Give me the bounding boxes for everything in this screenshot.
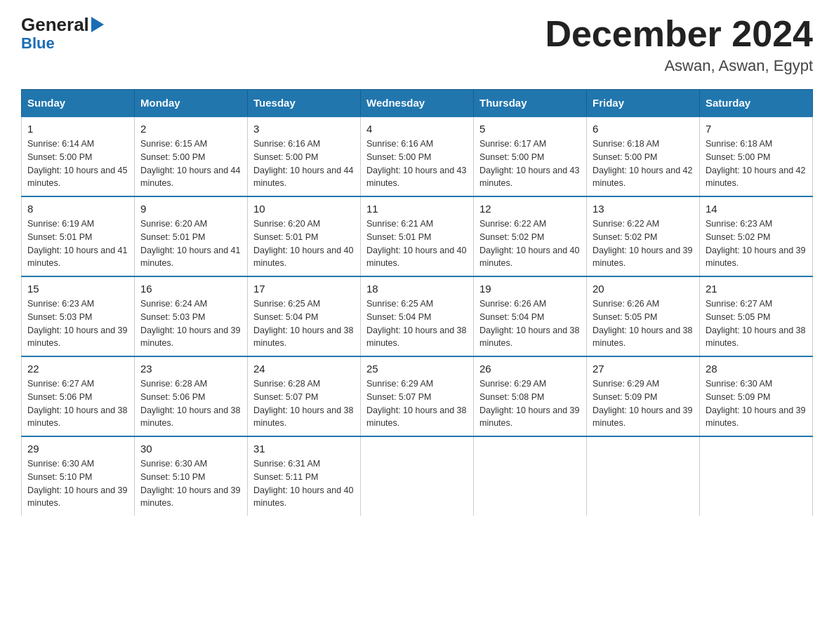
daylight-label: Daylight: 10 hours and 39 minutes. [27, 326, 127, 349]
day-number: 18 [366, 283, 468, 295]
daylight-label: Daylight: 10 hours and 39 minutes. [706, 405, 805, 429]
sunrise-label: Sunrise: 6:19 AM [27, 219, 94, 229]
day-number: 13 [593, 203, 694, 215]
day-number: 29 [27, 443, 128, 455]
day-info: Sunrise: 6:24 AM Sunset: 5:03 PM Dayligh… [140, 297, 241, 350]
day-info: Sunrise: 6:17 AM Sunset: 5:00 PM Dayligh… [479, 137, 581, 190]
day-info: Sunrise: 6:28 AM Sunset: 5:06 PM Dayligh… [140, 377, 241, 430]
calendar-cell: 24 Sunrise: 6:28 AM Sunset: 5:07 PM Dayl… [248, 356, 361, 436]
day-info: Sunrise: 6:27 AM Sunset: 5:06 PM Dayligh… [27, 377, 128, 430]
calendar-cell [474, 436, 587, 516]
day-number: 26 [479, 363, 581, 375]
day-number: 24 [253, 363, 355, 375]
day-info: Sunrise: 6:20 AM Sunset: 5:01 PM Dayligh… [140, 217, 241, 270]
sunset-label: Sunset: 5:00 PM [593, 152, 657, 162]
sunrise-label: Sunrise: 6:28 AM [140, 379, 207, 389]
sunrise-label: Sunrise: 6:30 AM [27, 459, 94, 469]
sunrise-label: Sunrise: 6:29 AM [593, 379, 659, 389]
daylight-label: Daylight: 10 hours and 42 minutes. [593, 166, 692, 189]
sunset-label: Sunset: 5:01 PM [253, 232, 318, 242]
daylight-label: Daylight: 10 hours and 39 minutes. [27, 485, 127, 509]
calendar-cell: 18 Sunrise: 6:25 AM Sunset: 5:04 PM Dayl… [361, 276, 474, 356]
day-number: 25 [366, 363, 468, 375]
sunset-label: Sunset: 5:00 PM [479, 152, 544, 162]
calendar-cell: 3 Sunrise: 6:16 AM Sunset: 5:00 PM Dayli… [248, 116, 361, 196]
calendar-cell: 30 Sunrise: 6:30 AM Sunset: 5:10 PM Dayl… [135, 436, 248, 516]
day-number: 1 [27, 123, 128, 135]
daylight-label: Daylight: 10 hours and 45 minutes. [27, 166, 127, 189]
calendar-cell: 11 Sunrise: 6:21 AM Sunset: 5:01 PM Dayl… [361, 196, 474, 276]
sunset-label: Sunset: 5:07 PM [366, 392, 431, 402]
daylight-label: Daylight: 10 hours and 41 minutes. [27, 246, 127, 269]
calendar-cell: 13 Sunrise: 6:22 AM Sunset: 5:02 PM Dayl… [587, 196, 700, 276]
sunset-label: Sunset: 5:08 PM [479, 392, 544, 402]
week-row-1: 1 Sunrise: 6:14 AM Sunset: 5:00 PM Dayli… [22, 116, 813, 196]
day-info: Sunrise: 6:14 AM Sunset: 5:00 PM Dayligh… [27, 137, 128, 190]
sunrise-label: Sunrise: 6:30 AM [706, 379, 772, 389]
day-info: Sunrise: 6:30 AM Sunset: 5:10 PM Dayligh… [27, 457, 128, 510]
sunrise-label: Sunrise: 6:24 AM [140, 299, 207, 309]
calendar-cell: 28 Sunrise: 6:30 AM Sunset: 5:09 PM Dayl… [700, 356, 813, 436]
sunset-label: Sunset: 5:04 PM [366, 312, 431, 322]
sunrise-label: Sunrise: 6:22 AM [479, 219, 546, 229]
calendar-cell: 10 Sunrise: 6:20 AM Sunset: 5:01 PM Dayl… [248, 196, 361, 276]
logo-arrow-icon [91, 17, 104, 35]
daylight-label: Daylight: 10 hours and 41 minutes. [140, 246, 240, 269]
daylight-label: Daylight: 10 hours and 40 minutes. [253, 246, 353, 269]
day-number: 20 [593, 283, 694, 295]
calendar-cell [587, 436, 700, 516]
day-info: Sunrise: 6:16 AM Sunset: 5:00 PM Dayligh… [366, 137, 468, 190]
calendar-cell: 7 Sunrise: 6:18 AM Sunset: 5:00 PM Dayli… [700, 116, 813, 196]
header-friday: Friday [587, 90, 700, 117]
svg-marker-0 [91, 17, 104, 32]
sunrise-label: Sunrise: 6:25 AM [366, 299, 433, 309]
daylight-label: Daylight: 10 hours and 39 minutes. [140, 485, 240, 509]
day-number: 16 [140, 283, 241, 295]
sunrise-label: Sunrise: 6:23 AM [706, 219, 772, 229]
sunrise-label: Sunrise: 6:14 AM [27, 139, 94, 149]
sunset-label: Sunset: 5:09 PM [593, 392, 657, 402]
day-number: 5 [479, 123, 581, 135]
logo-blue: Blue [21, 34, 55, 53]
daylight-label: Daylight: 10 hours and 40 minutes. [479, 246, 579, 269]
day-number: 6 [593, 123, 694, 135]
daylight-label: Daylight: 10 hours and 40 minutes. [366, 246, 466, 269]
logo-general: General [21, 14, 89, 36]
day-number: 10 [253, 203, 355, 215]
calendar-cell: 21 Sunrise: 6:27 AM Sunset: 5:05 PM Dayl… [700, 276, 813, 356]
week-row-5: 29 Sunrise: 6:30 AM Sunset: 5:10 PM Dayl… [22, 436, 813, 516]
day-number: 9 [140, 203, 241, 215]
day-info: Sunrise: 6:18 AM Sunset: 5:00 PM Dayligh… [706, 137, 807, 190]
sunrise-label: Sunrise: 6:31 AM [253, 459, 320, 469]
day-info: Sunrise: 6:21 AM Sunset: 5:01 PM Dayligh… [366, 217, 468, 270]
sunrise-label: Sunrise: 6:26 AM [479, 299, 546, 309]
day-info: Sunrise: 6:29 AM Sunset: 5:08 PM Dayligh… [479, 377, 581, 430]
day-number: 15 [27, 283, 128, 295]
sunrise-label: Sunrise: 6:18 AM [593, 139, 659, 149]
day-info: Sunrise: 6:19 AM Sunset: 5:01 PM Dayligh… [27, 217, 128, 270]
sunset-label: Sunset: 5:01 PM [27, 232, 92, 242]
daylight-label: Daylight: 10 hours and 44 minutes. [140, 166, 240, 189]
day-number: 19 [479, 283, 581, 295]
day-info: Sunrise: 6:25 AM Sunset: 5:04 PM Dayligh… [366, 297, 468, 350]
day-info: Sunrise: 6:29 AM Sunset: 5:07 PM Dayligh… [366, 377, 468, 430]
header-monday: Monday [135, 90, 248, 117]
sunrise-label: Sunrise: 6:30 AM [140, 459, 207, 469]
calendar-cell: 16 Sunrise: 6:24 AM Sunset: 5:03 PM Dayl… [135, 276, 248, 356]
page-title: December 2024 [545, 14, 813, 54]
day-info: Sunrise: 6:30 AM Sunset: 5:09 PM Dayligh… [706, 377, 807, 430]
calendar-cell: 19 Sunrise: 6:26 AM Sunset: 5:04 PM Dayl… [474, 276, 587, 356]
sunset-label: Sunset: 5:02 PM [479, 232, 544, 242]
sunset-label: Sunset: 5:02 PM [593, 232, 657, 242]
daylight-label: Daylight: 10 hours and 38 minutes. [366, 326, 466, 349]
calendar-cell [700, 436, 813, 516]
calendar-cell: 14 Sunrise: 6:23 AM Sunset: 5:02 PM Dayl… [700, 196, 813, 276]
sunset-label: Sunset: 5:00 PM [140, 152, 205, 162]
sunset-label: Sunset: 5:06 PM [27, 392, 92, 402]
calendar-cell: 27 Sunrise: 6:29 AM Sunset: 5:09 PM Dayl… [587, 356, 700, 436]
header-saturday: Saturday [700, 90, 813, 117]
daylight-label: Daylight: 10 hours and 39 minutes. [593, 246, 692, 269]
sunrise-label: Sunrise: 6:26 AM [593, 299, 659, 309]
day-info: Sunrise: 6:30 AM Sunset: 5:10 PM Dayligh… [140, 457, 241, 510]
daylight-label: Daylight: 10 hours and 44 minutes. [253, 166, 353, 189]
